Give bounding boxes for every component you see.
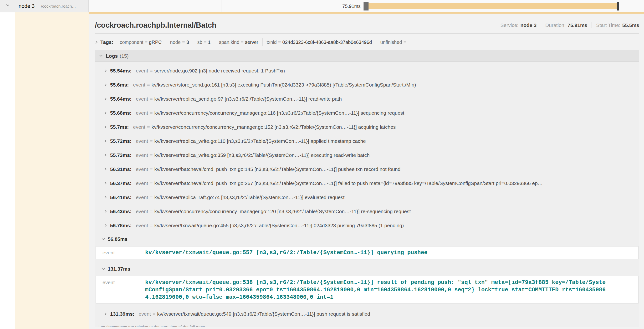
log-field-name: event bbox=[136, 96, 148, 102]
log-field-value: kv/kvserver/replica_raft.go:74 [n3,s3,r6… bbox=[154, 194, 345, 200]
logs-title: Logs bbox=[106, 53, 118, 59]
log-field-value: kv/kvserver/store_send.go:161 [n3,s3] ex… bbox=[152, 82, 416, 88]
tag-key: node bbox=[170, 40, 181, 45]
logs-header[interactable]: Logs (15) bbox=[95, 50, 639, 62]
log-row[interactable]: 55.64ms: event=kv/kvserver/replica_send.… bbox=[95, 92, 639, 106]
log-timestamp: 56.85ms bbox=[108, 236, 128, 242]
log-row-expanded-header[interactable]: 56.85ms bbox=[95, 232, 639, 246]
log-text: event=kv/kvserver/replica_send.go:97 [n3… bbox=[136, 96, 342, 102]
log-row[interactable]: 55.73ms: event=kv/kvserver/replica_write… bbox=[95, 148, 639, 162]
log-timestamp: 55.54ms: bbox=[110, 68, 132, 74]
log-marker-tick bbox=[363, 2, 364, 10]
log-timestamp: 55.73ms: bbox=[110, 152, 132, 158]
span-duration-label: 75.91ms bbox=[315, 0, 360, 12]
log-equals: = bbox=[150, 152, 152, 158]
log-marker-tick bbox=[367, 2, 368, 10]
trace-detail-view: node 3 /cockroach.roach… 75.91ms /cockro… bbox=[0, 0, 644, 329]
log-text: event=kv/kvserver/txnwait/queue.go:455 [… bbox=[136, 223, 404, 228]
log-text: event=kv/kvserver/replica_write.go:359 [… bbox=[136, 152, 370, 158]
log-field-name: event bbox=[136, 194, 148, 200]
log-marker-tick bbox=[618, 2, 619, 10]
log-field-value: kv/kvserver/concurrency/concurrency_mana… bbox=[154, 208, 411, 214]
span-name-cell[interactable]: node 3 /cockroach.roach… bbox=[0, 0, 89, 12]
log-row[interactable]: 56.37ms: event=kv/kvserver/batcheval/cmd… bbox=[95, 176, 639, 190]
log-text: event=kv/kvserver/concurrency/concurrenc… bbox=[136, 110, 404, 116]
chevron-down-icon bbox=[102, 267, 105, 270]
log-marker-tick bbox=[364, 2, 365, 10]
chevron-right-icon bbox=[104, 126, 106, 128]
tag-equals: = bbox=[241, 40, 244, 45]
log-row[interactable]: 55.68ms: event=kv/kvserver/concurrency/c… bbox=[95, 106, 639, 120]
log-row[interactable]: 55.72ms: event=kv/kvserver/replica_write… bbox=[95, 134, 639, 148]
span-detail-panel: /cockroach.roachpb.Internal/Batch Servic… bbox=[90, 12, 644, 329]
tag-key: sb bbox=[197, 40, 202, 45]
log-row[interactable]: 56.43ms: event=kv/kvserver/concurrency/c… bbox=[95, 204, 639, 218]
log-field-name: event bbox=[96, 279, 145, 286]
log-field-value: kv/kvserver/batcheval/cmd_push_txn.go:26… bbox=[154, 180, 543, 186]
span-detail-meta: Service: node 3 Duration: 75.91ms Start … bbox=[500, 18, 639, 32]
column-divider bbox=[221, 0, 222, 12]
log-equals: = bbox=[150, 68, 152, 74]
tag-value: 024d3323-6c8f-4863-aa8b-37ab0e63496d bbox=[282, 40, 372, 45]
log-timestamp: 131.39ms: bbox=[110, 311, 134, 317]
log-row[interactable]: 55.54ms: event=server/node.go:902 [n3] n… bbox=[95, 64, 639, 78]
tags-row: Tags: component = gRPC node = 3 sb = 1 s… bbox=[95, 37, 639, 48]
log-row-expanded-header[interactable]: 131.37ms bbox=[95, 262, 639, 276]
span-operation-name: /cockroach.roach… bbox=[41, 0, 76, 13]
chevron-right-icon bbox=[104, 168, 106, 171]
span-row[interactable]: node 3 /cockroach.roach… 75.91ms bbox=[0, 0, 644, 12]
log-field-value: kv/kvserver/txnwait/queue.go:557 [n3,s3,… bbox=[145, 249, 608, 256]
duration-value: 75.91ms bbox=[568, 22, 587, 28]
log-field-name: event bbox=[136, 152, 148, 158]
tag-key: span.kind bbox=[219, 40, 240, 45]
span-timeline-cell[interactable]: 75.91ms bbox=[89, 0, 644, 12]
log-field-value: kv/kvserver/replica_send.go:97 [n3,s3,r6… bbox=[154, 96, 342, 102]
log-text: event=kv/kvserver/concurrency/concurrenc… bbox=[136, 208, 411, 214]
log-fields-card: event kv/kvserver/txnwait/queue.go:538 [… bbox=[96, 276, 638, 304]
log-text: event=kv/kvserver/replica_write.go:110 [… bbox=[136, 138, 366, 144]
log-marker-tick bbox=[366, 2, 367, 10]
start-time-label: Start Time: bbox=[596, 22, 620, 28]
log-timestamp: 55.64ms: bbox=[110, 96, 132, 102]
log-row[interactable]: 56.41ms: event=kv/kvserver/replica_raft.… bbox=[95, 190, 639, 204]
span-service-name: node 3 bbox=[18, 0, 34, 12]
chevron-right-icon bbox=[104, 69, 106, 72]
log-equals: = bbox=[147, 124, 150, 130]
log-fields-card: event kv/kvserver/txnwait/queue.go:557 [… bbox=[96, 246, 638, 259]
log-field-name: event bbox=[136, 110, 148, 116]
meta-divider bbox=[541, 22, 541, 28]
tag-value: 1 bbox=[208, 40, 211, 45]
span-detail-row: /cockroach.roachpb.Internal/Batch Servic… bbox=[0, 12, 644, 329]
chevron-down-icon bbox=[102, 237, 105, 240]
log-row[interactable]: 55.7ms: event=kv/kvserver/concurrency/co… bbox=[95, 120, 639, 134]
log-timestamp: 55.7ms: bbox=[110, 124, 129, 130]
chevron-right-icon bbox=[104, 83, 106, 86]
log-row[interactable]: 56.78ms: event=kv/kvserver/txnwait/queue… bbox=[95, 218, 639, 232]
service-value: node 3 bbox=[520, 22, 536, 28]
log-equals: = bbox=[150, 223, 152, 228]
chevron-right-icon bbox=[104, 312, 106, 316]
log-row[interactable]: 55.6ms: event=kv/kvserver/store_send.go:… bbox=[95, 78, 639, 92]
tag-equals: = bbox=[182, 40, 185, 45]
log-text: event=kv/kvserver/concurrency/concurrenc… bbox=[133, 124, 396, 130]
log-row[interactable]: 56.31ms: event=kv/kvserver/batcheval/cmd… bbox=[95, 162, 639, 176]
log-timestamp: 55.72ms: bbox=[110, 138, 132, 144]
span-detail-title: /cockroach.roachpb.Internal/Batch bbox=[95, 18, 216, 32]
logs-body: 55.54ms: event=server/node.go:902 [n3] n… bbox=[95, 62, 639, 327]
log-equals: = bbox=[150, 166, 152, 172]
log-row[interactable]: 131.39ms: event=kv/kvserver/txnwait/queu… bbox=[95, 307, 639, 321]
tags-toggle[interactable]: Tags: bbox=[95, 39, 113, 45]
meta-divider bbox=[592, 22, 592, 28]
tag-item: component = gRPC bbox=[116, 38, 166, 46]
log-text: event=kv/kvserver/batcheval/cmd_push_txn… bbox=[136, 166, 400, 172]
log-field-name: event bbox=[133, 124, 145, 130]
chevron-right-icon bbox=[104, 224, 106, 227]
log-timestamp: 55.68ms: bbox=[110, 110, 132, 116]
log-field-name: event bbox=[136, 208, 148, 214]
log-equals: = bbox=[150, 194, 152, 200]
chevron-down-icon[interactable] bbox=[6, 3, 9, 6]
span-duration-bar[interactable] bbox=[364, 3, 618, 9]
chevron-right-icon bbox=[104, 196, 106, 199]
tag-item: sb = 1 bbox=[193, 38, 215, 46]
log-field-value: kv/kvserver/concurrency/concurrency_mana… bbox=[152, 124, 396, 130]
